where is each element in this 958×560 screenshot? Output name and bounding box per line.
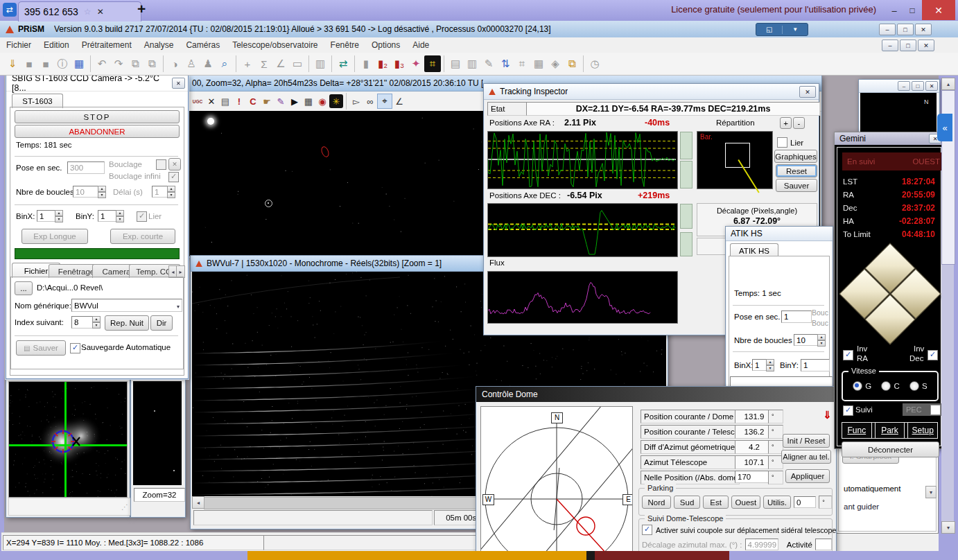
reset-button[interactable]: Reset [776, 164, 817, 177]
sauvegarde-auto-checkbox[interactable] [70, 343, 80, 353]
park-button[interactable]: Park [875, 422, 905, 439]
setup-button[interactable]: Setup [907, 422, 938, 439]
toolbar-icon-tracking[interactable]: ⌗ [424, 55, 441, 72]
toolbar-icon-save[interactable]: ▤ [447, 55, 464, 72]
toolbar-icon-session[interactable]: ▦ [71, 55, 87, 72]
zoom-out-button[interactable]: - [793, 117, 805, 129]
toolbar-icon-shield[interactable]: ◈ [547, 55, 564, 72]
toolbar-icon-info[interactable]: ⓘ [54, 55, 71, 72]
toolbar-icon-open[interactable]: ⇓ [4, 55, 21, 72]
favorite-star-icon[interactable]: ☆ [84, 7, 92, 17]
scroll-thumb[interactable] [204, 497, 488, 509]
lier-checkbox[interactable] [777, 137, 787, 148]
sauver-button[interactable]: Sauver [776, 179, 817, 192]
taskbar-segment-red[interactable] [595, 551, 729, 560]
dec-slider-lower[interactable] [680, 232, 693, 256]
toolbar-icon-pen[interactable]: ✎ [480, 55, 497, 72]
toolbar-icon-cam3[interactable]: ▮₃ [391, 55, 408, 72]
toolbar-icon-sum[interactable]: Σ [256, 55, 272, 72]
toolbar-icon-cam2[interactable]: ▮₂ [374, 55, 391, 72]
spin-up-icon[interactable] [817, 334, 826, 340]
teamviewer-side-handle[interactable]: « [937, 114, 952, 141]
crosshair-icon[interactable]: ⌖ [377, 94, 392, 109]
deconnecter-button[interactable]: Déconnecter [842, 441, 939, 457]
bouclage-cancel-button[interactable]: ✕ [168, 158, 181, 170]
prism-minimize-button[interactable]: – [879, 24, 896, 35]
binoculars-icon[interactable]: ∞ [363, 94, 377, 108]
park-est-button[interactable]: Est [703, 496, 729, 509]
speed-s-radio[interactable]: S [909, 381, 927, 391]
bouclage-checkbox[interactable] [156, 159, 166, 170]
park-utilis-button[interactable]: Utilis. [763, 496, 791, 509]
tv-close-button[interactable]: ✕ [922, 0, 955, 20]
tracking-close-button[interactable]: ✕ [799, 86, 816, 98]
tab-close-icon[interactable]: ✕ [97, 7, 104, 17]
layout-controls[interactable]: ◱ ▼ [756, 23, 808, 36]
nbre-boucles-spinner[interactable]: 10 [73, 186, 106, 198]
sbig-titlebar[interactable]: SBIG ST-1603 CCD Camera -> -5.2°C [8... … [6, 76, 188, 91]
sbig-tab[interactable]: ST-1603 [12, 94, 63, 108]
bouclage-infini-checkbox[interactable] [168, 172, 179, 182]
toolbar-icon-stop1[interactable]: ■ [21, 55, 37, 72]
menu-item-pretraitement[interactable]: Prétraitement [76, 40, 138, 50]
restore-button[interactable]: □ [912, 81, 924, 91]
sbig-close-button[interactable]: ✕ [172, 78, 185, 89]
star-zoom-canvas[interactable] [8, 381, 128, 498]
expand-icon[interactable]: ◱ [766, 26, 772, 33]
toolbar-icon-contrast[interactable]: ◑ [166, 55, 183, 72]
binx-spinner[interactable]: 1 [37, 210, 63, 222]
menu-item-telescope[interactable]: Telescope/observatoire [226, 40, 324, 50]
delete-icon[interactable]: ✕ [204, 94, 218, 108]
resize-grip-icon[interactable]: ⋰ [121, 503, 128, 511]
menu-item-analyse[interactable]: Analyse [138, 40, 180, 50]
park-angle-input[interactable]: 0 [794, 496, 816, 508]
mdi-close-button[interactable]: ✕ [918, 40, 934, 51]
menu-item-edition[interactable]: Edition [37, 40, 76, 50]
atik-pose-input[interactable]: 1 [781, 310, 812, 323]
toolbar-icon-trash[interactable]: ▥ [312, 55, 329, 72]
decalage-azimutal-input[interactable]: 4.99999 [745, 539, 778, 550]
mdi-minimize-button[interactable]: – [882, 40, 898, 51]
background-window-titlebar[interactable]: – □ ✕ [859, 80, 939, 93]
suivi-checkbox[interactable] [843, 405, 853, 416]
scroll-left-button[interactable] [192, 496, 204, 509]
atik-tab[interactable]: ATIK HS [730, 243, 778, 257]
menu-item-fenetre[interactable]: Fenêtre [324, 40, 365, 50]
minimize-button[interactable]: – [898, 81, 910, 91]
atik-binx-spinner[interactable]: 1 [752, 359, 774, 371]
spin-down-icon[interactable] [817, 340, 826, 347]
inv-dec-checkbox[interactable] [927, 350, 938, 360]
scroll-up-button[interactable] [941, 78, 955, 90]
toolbar-icon-redo[interactable]: ↷ [110, 55, 127, 72]
chevron-down-icon[interactable]: ▼ [792, 26, 798, 33]
speed-g-radio[interactable]: G [853, 381, 871, 391]
table-icon[interactable]: ▦ [302, 94, 315, 108]
atik-biny-input[interactable]: 1 [801, 359, 830, 371]
inv-ra-checkbox[interactable] [843, 350, 853, 360]
toolbar-icon-sort[interactable]: ⇅ [497, 55, 514, 72]
pose-input[interactable]: 300 [67, 161, 105, 174]
browse-button[interactable]: ... [15, 281, 33, 295]
appliquer-button[interactable]: Appliquer [785, 469, 830, 483]
scroll-down-button[interactable] [941, 521, 955, 534]
taskbar-segment-black[interactable] [586, 551, 595, 560]
gemini-titlebar[interactable]: Gemini ✕ [835, 132, 943, 145]
ra-slider-lower[interactable] [680, 161, 693, 189]
toolbar-icon-cross[interactable]: + [239, 55, 256, 72]
print-icon[interactable]: ▤ [218, 94, 232, 108]
zoom-in-button[interactable]: + [780, 117, 792, 129]
dir-button[interactable]: Dir [150, 315, 173, 331]
toolbar-icon-copy-frame[interactable]: ⧉ [564, 55, 580, 72]
draw-icon[interactable]: ✎ [274, 94, 288, 108]
close-button[interactable]: ✕ [925, 81, 938, 91]
toolbar-icon-grid[interactable]: ⌗ [514, 55, 530, 72]
toolbar-icon-undo[interactable]: ↶ [94, 55, 110, 72]
prism-restore-button[interactable]: □ [897, 24, 914, 35]
pec-checkbox[interactable] [930, 405, 941, 415]
park-sud-button[interactable]: Sud [674, 496, 700, 509]
toolbar-icon-pick2[interactable]: ♟ [200, 55, 216, 72]
rotate-icon[interactable]: C [246, 94, 260, 108]
tv-restore-button[interactable]: □ [904, 3, 921, 18]
menu-item-cameras[interactable]: Caméras [180, 40, 226, 50]
menu-item-fichier[interactable]: Fichier [0, 40, 37, 50]
